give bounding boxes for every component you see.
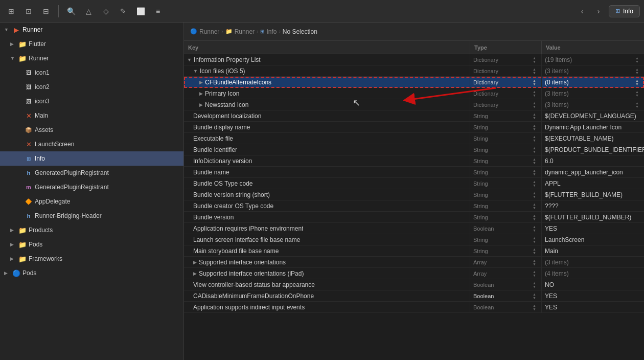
grid-icon[interactable]: ⊞ [4, 4, 18, 18]
diamond-icon[interactable]: ◇ [99, 4, 113, 18]
value-stepper[interactable]: ▲▼ [635, 79, 639, 86]
plist-key-cell: ▶ Newsstand Icon [184, 99, 470, 110]
type-stepper[interactable]: ▲▼ [533, 180, 536, 187]
plist-key: Application requires iPhone environment [193, 225, 303, 232]
nav-forward-button[interactable]: › [592, 5, 605, 17]
sidebar-item-label: LaunchScreen [35, 141, 74, 148]
type-stepper[interactable]: ▲▼ [533, 169, 536, 176]
type-stepper[interactable]: ▲▼ [533, 270, 536, 277]
plist-key: Application supports indirect input even… [193, 304, 305, 311]
type-stepper[interactable]: ▲▼ [533, 304, 536, 311]
type-stepper[interactable]: ▲▼ [533, 236, 536, 243]
sidebar-item-pods-group[interactable]: ▶ 🔵 Pods [0, 266, 183, 280]
plist-row[interactable]: Bundle display name String ▲▼ Dynamic Ap… [184, 122, 644, 133]
plist-row[interactable]: Executable file String ▲▼ $(EXECUTABLE_N… [184, 133, 644, 144]
type-stepper[interactable]: ▲▼ [533, 214, 536, 221]
plist-row[interactable]: ▶ Newsstand Icon Dictionary ▲▼ (3 items)… [184, 99, 644, 110]
sidebar-item-frameworks[interactable]: ▶ 📁 Frameworks [0, 252, 183, 266]
type-stepper[interactable]: ▲▼ [533, 225, 536, 232]
type-stepper[interactable]: ▲▼ [533, 191, 536, 198]
plist-row[interactable]: Bundle OS Type code String ▲▼ APPL [184, 178, 644, 189]
type-stepper[interactable]: ▲▼ [533, 292, 536, 300]
value-stepper[interactable]: ▲▼ [635, 56, 639, 63]
sidebar-item-icon1[interactable]: 🖼 icon1 [0, 65, 183, 80]
type-stepper[interactable]: ▲▼ [533, 79, 536, 86]
breadcrumb-info[interactable]: Info [266, 28, 277, 35]
plist-row[interactable]: ▶ Primary Icon Dictionary ▲▼ (3 items) ▲… [184, 88, 644, 99]
plist-row[interactable]: Application requires iPhone environment … [184, 223, 644, 234]
plist-row[interactable]: Development localization String ▲▼ $(DEV… [184, 110, 644, 122]
plist-row[interactable]: Bundle creator OS Type code String ▲▼ ??… [184, 200, 644, 212]
plist-value-cell: $(DEVELOPMENT_LANGUAGE) [542, 110, 644, 121]
plist-row[interactable]: Application supports indirect input even… [184, 302, 644, 313]
plist-type-cell: String ▲▼ [470, 167, 542, 177]
plist-row[interactable]: ▶ Supported interface orientations (iPad… [184, 268, 644, 279]
plist-key: Newsstand Icon [205, 101, 248, 108]
plist-type-cell: Dictionary ▲▼ [470, 88, 542, 99]
value-stepper[interactable]: ▲▼ [635, 101, 639, 108]
hierarchy-icon[interactable]: ⊟ [39, 4, 53, 18]
sidebar-item-icon2[interactable]: 🖼 icon2 [0, 80, 183, 94]
type-stepper[interactable]: ▲▼ [533, 68, 536, 75]
sidebar-item-appdelegate[interactable]: 🔶 AppDelegate [0, 194, 183, 209]
plist-row[interactable]: Main storyboard file base name String ▲▼… [184, 245, 644, 257]
plist-row[interactable]: Bundle version String ▲▼ $(FLUTTER_BUILD… [184, 212, 644, 223]
sidebar-item-pods[interactable]: ▶ 📁 Pods [0, 237, 183, 252]
type-stepper[interactable]: ▲▼ [533, 259, 536, 266]
plist-row[interactable]: ▼ Information Property List Dictionary ▲… [184, 54, 644, 65]
breadcrumb-runner2[interactable]: Runner [235, 28, 255, 35]
type-stepper[interactable]: ▲▼ [533, 124, 536, 131]
plist-row[interactable]: View controller-based status bar appeara… [184, 279, 644, 290]
plist-key: CFBundleAlternateIcons [205, 79, 271, 86]
type-stepper[interactable]: ▲▼ [533, 158, 536, 165]
type-stepper[interactable]: ▲▼ [533, 135, 536, 142]
plist-row[interactable]: Bundle identifier String ▲▼ $(PRODUCT_BU… [184, 144, 644, 155]
sidebar-item-bridging-header[interactable]: h Runner-Bridging-Header [0, 209, 183, 223]
close-square-icon[interactable]: ⊡ [21, 4, 36, 18]
sidebar-item-runner-folder[interactable]: ▼ 📁 Runner [0, 51, 183, 65]
sidebar-item-generated-m[interactable]: m GeneratedPluginRegistrant [0, 180, 183, 194]
plist-type: String [473, 158, 488, 164]
sidebar-item-main[interactable]: ✕ Main [0, 108, 183, 123]
plist-row[interactable]: ▼ Icon files (iOS 5) Dictionary ▲▼ (3 it… [184, 65, 644, 77]
header-key: Key [184, 41, 470, 54]
value-stepper[interactable]: ▲▼ [635, 68, 639, 75]
plist-row[interactable]: CADisableMinimumFrameDurationOnPhone Boo… [184, 290, 644, 302]
lines-icon[interactable]: ≡ [151, 4, 165, 18]
plist-row-cfbundle[interactable]: ▶ CFBundleAlternateIcons Dictionary ▲▼ (… [184, 77, 644, 88]
sidebar-item-launchscreen[interactable]: ✕ LaunchScreen [0, 137, 183, 151]
plist-row[interactable]: Bundle name String ▲▼ dynamic_app_launch… [184, 167, 644, 178]
warning-icon[interactable]: △ [81, 4, 96, 18]
nav-back-button[interactable]: ‹ [576, 5, 588, 17]
sidebar-item-runner-group[interactable]: ▼ ▶ Runner [0, 22, 183, 37]
type-stepper[interactable]: ▲▼ [533, 248, 536, 255]
plist-row[interactable]: InfoDictionary version String ▲▼ 6.0 [184, 155, 644, 167]
info-tab[interactable]: ⊞ Info [609, 5, 640, 17]
plist-row[interactable]: ▶ Supported interface orientations Array… [184, 257, 644, 268]
sidebar-item-flutter[interactable]: ▶ 📁 Flutter [0, 37, 183, 51]
type-stepper[interactable]: ▲▼ [533, 112, 536, 120]
type-stepper[interactable]: ▲▼ [533, 202, 536, 210]
type-stepper[interactable]: ▲▼ [533, 56, 536, 63]
plist-value-cell: NO [542, 279, 644, 290]
type-stepper[interactable]: ▲▼ [533, 90, 536, 97]
sidebar-item-assets[interactable]: 📦 Assets [0, 123, 183, 137]
brush-icon[interactable]: ✎ [116, 4, 130, 18]
value-stepper[interactable]: ▲▼ [635, 90, 639, 97]
sidebar-item-products[interactable]: ▶ 📁 Products [0, 223, 183, 237]
plist-key-cell: Bundle display name [184, 122, 470, 132]
type-stepper[interactable]: ▲▼ [533, 281, 536, 288]
plist-row[interactable]: Bundle version string (short) String ▲▼ … [184, 189, 644, 200]
sidebar-item-label: Info [35, 155, 45, 162]
plist-type-cell: String ▲▼ [470, 178, 542, 189]
plist-row[interactable]: Launch screen interface file base name S… [184, 234, 644, 245]
type-stepper[interactable]: ▲▼ [533, 146, 536, 153]
search-icon[interactable]: 🔍 [64, 4, 78, 18]
plist-key-cell: ▶ Primary Icon [184, 88, 470, 99]
sidebar-item-icon3[interactable]: 🖼 icon3 [0, 94, 183, 108]
sidebar-item-info[interactable]: ⊞ Info [0, 151, 183, 166]
breadcrumb-runner[interactable]: Runner [199, 28, 219, 35]
sidebar-item-generated-h[interactable]: h GeneratedPluginRegistrant [0, 166, 183, 180]
tag-icon[interactable]: ⬜ [133, 4, 148, 18]
type-stepper[interactable]: ▲▼ [533, 101, 536, 108]
